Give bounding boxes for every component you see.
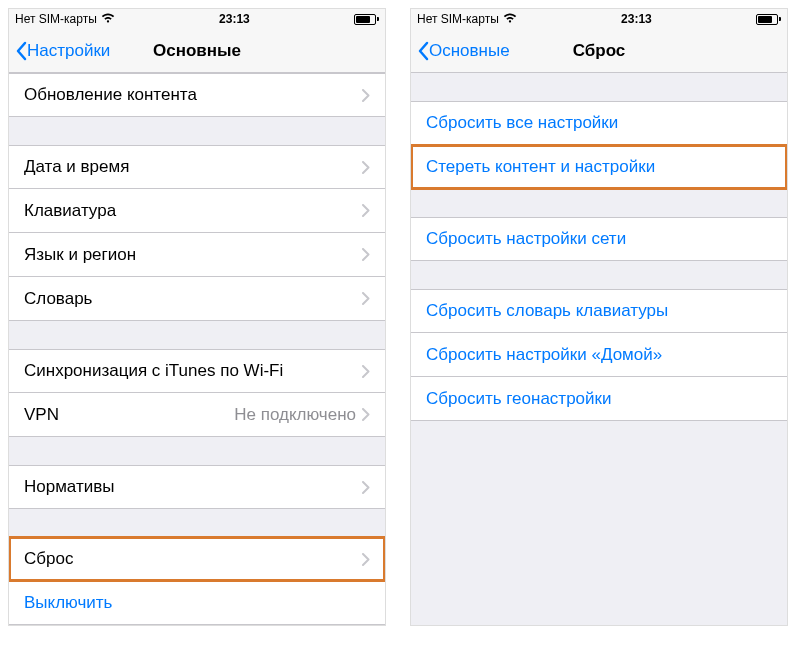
row-label: Дата и время	[24, 157, 362, 177]
row-reset-location[interactable]: Сбросить геонастройки	[411, 377, 787, 421]
row-reset-keyboard-dictionary[interactable]: Сбросить словарь клавиатуры	[411, 289, 787, 333]
back-button[interactable]: Настройки	[9, 41, 110, 61]
row-content-update[interactable]: Обновление контента	[9, 73, 385, 117]
row-shutdown[interactable]: Выключить	[9, 581, 385, 625]
back-label: Настройки	[27, 41, 110, 61]
status-bar: Нет SIM-карты 23:13	[411, 9, 787, 29]
carrier-label: Нет SIM-карты	[417, 12, 499, 26]
navigation-bar: Основные Сброс	[411, 29, 787, 73]
chevron-right-icon	[362, 408, 370, 421]
status-bar: Нет SIM-карты 23:13	[9, 9, 385, 29]
row-label: Сбросить настройки сети	[426, 229, 772, 249]
row-label: Сбросить все настройки	[426, 113, 772, 133]
battery-icon	[354, 14, 379, 25]
row-reset[interactable]: Сброс	[9, 537, 385, 581]
row-label: Сброс	[24, 549, 362, 569]
row-label: Выключить	[24, 593, 370, 613]
row-label: Сбросить геонастройки	[426, 389, 772, 409]
row-label: Нормативы	[24, 477, 362, 497]
chevron-left-icon	[417, 41, 429, 61]
row-detail: Не подключено	[234, 405, 356, 425]
chevron-right-icon	[362, 292, 370, 305]
row-reset-all-settings[interactable]: Сбросить все настройки	[411, 101, 787, 145]
row-label: Язык и регион	[24, 245, 362, 265]
settings-list: Обновление контента Дата и время Клавиат…	[9, 73, 385, 625]
row-regulatory[interactable]: Нормативы	[9, 465, 385, 509]
row-vpn[interactable]: VPN Не подключено	[9, 393, 385, 437]
row-label: Клавиатура	[24, 201, 362, 221]
chevron-right-icon	[362, 365, 370, 378]
navigation-bar: Настройки Основные	[9, 29, 385, 73]
row-itunes-wifi-sync[interactable]: Синхронизация с iTunes по Wi-Fi	[9, 349, 385, 393]
reset-list: Сбросить все настройки Стереть контент и…	[411, 73, 787, 625]
row-erase-all-content[interactable]: Стереть контент и настройки	[411, 145, 787, 189]
row-label: Сбросить словарь клавиатуры	[426, 301, 772, 321]
chevron-left-icon	[15, 41, 27, 61]
battery-icon	[756, 14, 781, 25]
row-reset-home-layout[interactable]: Сбросить настройки «Домой»	[411, 333, 787, 377]
row-label: Словарь	[24, 289, 362, 309]
back-button[interactable]: Основные	[411, 41, 510, 61]
row-dictionary[interactable]: Словарь	[9, 277, 385, 321]
row-date-time[interactable]: Дата и время	[9, 145, 385, 189]
chevron-right-icon	[362, 204, 370, 217]
phone-reset-settings: Нет SIM-карты 23:13 Основные Сброс Сброс…	[410, 8, 788, 626]
chevron-right-icon	[362, 553, 370, 566]
row-label: Стереть контент и настройки	[426, 157, 772, 177]
row-keyboard[interactable]: Клавиатура	[9, 189, 385, 233]
phone-general-settings: Нет SIM-карты 23:13 Настройки Основные О…	[8, 8, 386, 626]
row-label: Синхронизация с iTunes по Wi-Fi	[24, 361, 362, 381]
clock-label: 23:13	[621, 12, 652, 26]
chevron-right-icon	[362, 161, 370, 174]
chevron-right-icon	[362, 89, 370, 102]
chevron-right-icon	[362, 481, 370, 494]
row-label: Обновление контента	[24, 85, 362, 105]
clock-label: 23:13	[219, 12, 250, 26]
row-label: Сбросить настройки «Домой»	[426, 345, 772, 365]
row-language-region[interactable]: Язык и регион	[9, 233, 385, 277]
carrier-label: Нет SIM-карты	[15, 12, 97, 26]
row-reset-network[interactable]: Сбросить настройки сети	[411, 217, 787, 261]
back-label: Основные	[429, 41, 510, 61]
wifi-icon	[503, 12, 517, 26]
row-label: VPN	[24, 405, 234, 425]
wifi-icon	[101, 12, 115, 26]
chevron-right-icon	[362, 248, 370, 261]
